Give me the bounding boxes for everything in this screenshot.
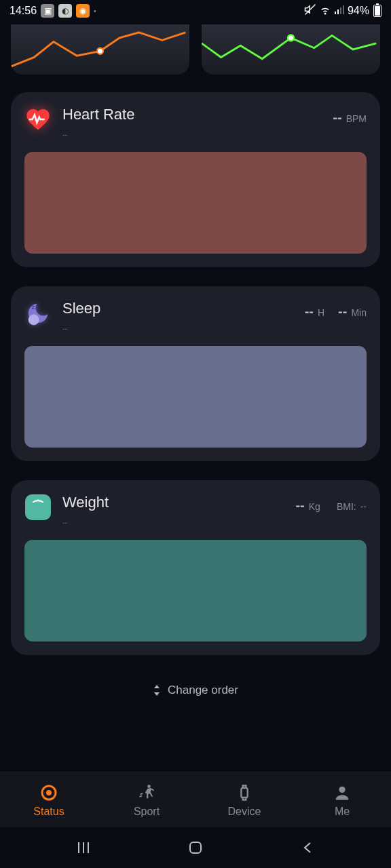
svg-rect-16 bbox=[241, 788, 247, 797]
change-order-button[interactable]: Change order bbox=[11, 674, 380, 715]
nav-device-label: Device bbox=[228, 806, 261, 818]
weight-chart-area bbox=[24, 540, 367, 642]
svg-point-1 bbox=[324, 13, 326, 14]
heart-rate-card[interactable]: Heart Rate -- -- BPM bbox=[11, 92, 380, 267]
svg-rect-3 bbox=[337, 9, 339, 14]
wifi-icon bbox=[319, 3, 331, 18]
weight-values: -- Kg BMI: -- bbox=[295, 498, 367, 513]
weight-subtitle: -- bbox=[62, 518, 284, 526]
mute-icon bbox=[304, 3, 316, 18]
status-time: 14:56 bbox=[10, 5, 37, 17]
weight-card[interactable]: Weight -- -- Kg BMI: -- bbox=[11, 480, 380, 655]
nav-sport[interactable]: Sport bbox=[98, 772, 196, 827]
app-icon: ◉ bbox=[76, 4, 90, 18]
sleep-min-unit: Min bbox=[351, 307, 367, 318]
moon-icon: zz bbox=[24, 300, 52, 327]
sleep-chart-area bbox=[24, 346, 367, 448]
weight-header: Weight -- -- Kg BMI: -- bbox=[24, 494, 367, 526]
nav-sport-label: Sport bbox=[134, 806, 160, 818]
heart-rate-title-block: Heart Rate -- bbox=[62, 106, 322, 138]
sleep-subtitle: -- bbox=[62, 324, 294, 332]
status-bar-left: 14:56 ▣ ◐ ◉ • bbox=[10, 4, 96, 18]
svg-point-6 bbox=[97, 48, 103, 54]
weight-bmi-value: -- bbox=[360, 501, 367, 512]
heart-rate-title: Heart Rate bbox=[62, 106, 322, 123]
mini-chart-left-svg bbox=[11, 24, 189, 75]
nav-me[interactable]: Me bbox=[293, 772, 391, 827]
svg-rect-4 bbox=[340, 7, 341, 14]
svg-point-7 bbox=[288, 35, 294, 41]
sort-icon bbox=[153, 685, 161, 696]
battery-icon bbox=[373, 5, 381, 17]
bottom-nav: Status Sport Device Me bbox=[0, 772, 391, 827]
nav-device[interactable]: Device bbox=[196, 772, 293, 827]
svg-rect-5 bbox=[343, 5, 344, 14]
svg-point-14 bbox=[46, 790, 52, 795]
nav-status-label: Status bbox=[33, 806, 64, 818]
recents-button[interactable] bbox=[74, 838, 93, 857]
svg-point-15 bbox=[147, 785, 151, 788]
more-dot-icon: • bbox=[94, 7, 96, 15]
scale-icon bbox=[24, 494, 52, 521]
sleep-h-value: -- bbox=[305, 304, 314, 319]
svg-rect-21 bbox=[190, 842, 201, 853]
running-icon bbox=[136, 783, 157, 803]
home-button[interactable] bbox=[186, 838, 205, 857]
sleep-min-value: -- bbox=[338, 304, 347, 319]
heart-icon bbox=[24, 106, 52, 133]
heart-rate-values: -- BPM bbox=[333, 110, 367, 125]
weight-value: -- bbox=[295, 498, 304, 513]
watch-icon bbox=[234, 783, 255, 803]
top-charts-row bbox=[11, 24, 380, 75]
back-button[interactable] bbox=[298, 838, 317, 857]
sleep-header: zz Sleep -- -- H -- Min bbox=[24, 300, 367, 332]
status-bar: 14:56 ▣ ◐ ◉ • 94% bbox=[0, 0, 391, 22]
heart-rate-header: Heart Rate -- -- BPM bbox=[24, 106, 367, 138]
sleep-values: -- H -- Min bbox=[305, 304, 367, 319]
system-nav bbox=[0, 827, 391, 868]
nav-me-label: Me bbox=[335, 806, 350, 818]
sleep-title-block: Sleep -- bbox=[62, 300, 294, 332]
gallery-icon: ▣ bbox=[41, 4, 54, 18]
signal-icon bbox=[334, 4, 345, 18]
svg-point-8 bbox=[29, 315, 39, 326]
heart-rate-subtitle: -- bbox=[62, 130, 322, 138]
mini-chart-left[interactable] bbox=[11, 24, 189, 75]
weight-title: Weight bbox=[62, 494, 284, 511]
sleep-h-unit: H bbox=[318, 307, 324, 318]
nav-status[interactable]: Status bbox=[0, 772, 98, 827]
mini-chart-right[interactable] bbox=[202, 24, 380, 75]
change-order-label: Change order bbox=[168, 684, 238, 697]
status-icon bbox=[39, 783, 59, 803]
status-bar-right: 94% bbox=[304, 3, 381, 18]
person-icon bbox=[332, 783, 352, 803]
heart-rate-value: -- bbox=[333, 110, 341, 125]
sleep-card[interactable]: zz Sleep -- -- H -- Min bbox=[11, 286, 380, 461]
svg-text:zz: zz bbox=[32, 303, 39, 311]
cloud-icon: ◐ bbox=[58, 4, 72, 18]
heart-rate-unit: BPM bbox=[346, 113, 367, 124]
sleep-title: Sleep bbox=[62, 300, 294, 317]
battery-text: 94% bbox=[348, 5, 369, 17]
mini-chart-right-svg bbox=[202, 24, 380, 75]
weight-title-block: Weight -- bbox=[62, 494, 284, 526]
svg-point-17 bbox=[339, 786, 345, 792]
heart-rate-chart-area bbox=[24, 152, 367, 254]
weight-unit: Kg bbox=[309, 501, 320, 512]
svg-rect-2 bbox=[335, 12, 336, 14]
weight-bmi-label: BMI: bbox=[337, 501, 356, 512]
